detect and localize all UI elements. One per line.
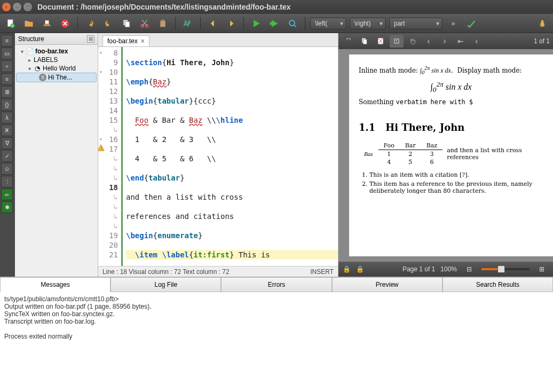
strip-chapter-icon[interactable]: ▭ <box>1 48 13 59</box>
strip-subsub-icon[interactable]: ≣ <box>1 86 13 98</box>
structure-close-button[interactable]: ⊠ <box>87 35 94 43</box>
editor-panel: foo-bar.tex× ▾8 9 ▾10 11 12 13 14 15 ↳ ▾… <box>98 33 338 277</box>
pdf-viewport[interactable]: Inline math mode: ∫02π sin x dx. Display… <box>338 49 553 262</box>
tab-messages[interactable]: Messages <box>0 277 110 292</box>
zoom-slider[interactable] <box>481 268 530 270</box>
pv-prev-button[interactable]: ‹ <box>422 35 436 48</box>
strip-star-icon[interactable]: ✱ <box>1 201 13 213</box>
pv-page-label: 1 of 1 <box>534 37 550 45</box>
bottom-tabs: Messages Log File Errors Preview Search … <box>0 277 553 292</box>
strip-check-icon[interactable]: ✓ <box>1 150 13 162</box>
preview-footer: 🔒 🔒 Page 1 of 1 100% ⊟ ⊞ <box>338 262 553 277</box>
pv-first-button[interactable]: ⇤ <box>454 35 468 48</box>
pv-lock2-icon[interactable]: 🔒 <box>356 265 364 273</box>
undo-button[interactable] <box>83 16 98 31</box>
wizard-button[interactable] <box>180 16 195 31</box>
status-cursor: Line : 18 Visual column : 72 Text column… <box>102 268 230 276</box>
right-delim-combo[interactable]: \right) <box>350 18 386 29</box>
strip-subsection-icon[interactable]: ≡ <box>1 73 13 85</box>
tree-hi[interactable]: SHi The... <box>16 73 97 82</box>
pdf-page: Inline math mode: ∫02π sin x dx. Display… <box>349 54 553 256</box>
redo-button[interactable] <box>101 16 116 31</box>
window-close-button[interactable]: × <box>2 3 11 11</box>
pv-fit-button[interactable]: + <box>390 35 404 48</box>
spell-button[interactable] <box>464 16 479 31</box>
close-button[interactable] <box>58 16 73 31</box>
svg-rect-15 <box>364 40 367 44</box>
editor-tabbar: foo-bar.tex× <box>98 33 338 47</box>
pv-pages-button[interactable] <box>358 35 372 48</box>
svg-rect-3 <box>45 20 49 24</box>
svg-text:!: ! <box>100 146 103 151</box>
strip-lambda-icon[interactable]: λ <box>1 112 13 123</box>
pv-lock-icon[interactable]: 🔒 <box>343 265 351 273</box>
line-gutter: ▾8 9 ▾10 11 12 13 14 15 ↳ ▾16 !17 ↳ ↳ ↳ … <box>98 47 123 266</box>
window-title: Document : /home/joseph/Documents/tex/li… <box>37 3 291 11</box>
pv-hand-icon[interactable] <box>406 35 420 48</box>
svg-rect-6 <box>125 21 130 27</box>
strip-part-icon[interactable]: ≡ <box>1 35 13 46</box>
tab-preview[interactable]: Preview <box>332 277 443 292</box>
bottom-panel: Messages Log File Errors Preview Search … <box>0 277 553 392</box>
strip-loop-icon[interactable]: ∞ <box>1 189 13 200</box>
strip-section-icon[interactable]: ÷ <box>1 60 13 72</box>
tree-labels[interactable]: ▸LABELS <box>16 56 97 64</box>
warning-icon: ! <box>98 144 105 152</box>
status-mode: INSERT <box>310 268 334 276</box>
tab-close-icon[interactable]: × <box>141 37 145 45</box>
window-maximize-button[interactable]: ▢ <box>23 3 32 11</box>
section-combo[interactable]: part <box>389 18 443 29</box>
strip-chi-icon[interactable]: Ӿ <box>1 124 13 136</box>
editor-tab[interactable]: foo-bar.tex× <box>102 35 149 46</box>
editor-statusbar: Line : 18 Visual column : 72 Text column… <box>98 266 338 277</box>
build-view-button[interactable] <box>267 16 282 31</box>
user-button[interactable] <box>535 16 550 31</box>
view-log-button[interactable] <box>285 16 300 31</box>
code-area[interactable]: \section{Hi There, John} \emph{Baz} \beg… <box>123 47 338 266</box>
svg-text:+: + <box>396 39 398 43</box>
nav-back-button[interactable] <box>206 16 220 31</box>
zoom-out-button[interactable]: ⊟ <box>462 263 476 276</box>
pv-pdf-icon[interactable] <box>374 35 388 48</box>
pv-last-button[interactable]: ‹ <box>470 35 484 48</box>
pv-footer-zoom: 100% <box>440 265 457 273</box>
code-editor[interactable]: ▾8 9 ▾10 11 12 13 14 15 ↳ ▾16 !17 ↳ ↳ ↳ … <box>98 47 338 266</box>
strip-brace-icon[interactable]: {} <box>1 99 13 111</box>
pv-next-button[interactable]: › <box>438 35 452 48</box>
open-file-button[interactable] <box>21 16 36 31</box>
strip-dots-icon[interactable]: ⋮ <box>1 176 13 187</box>
pdf-list-item: This item has a reference to the previou… <box>369 181 543 194</box>
tree-root[interactable]: ▾📄foo-bar.tex <box>16 47 97 56</box>
build-run-button[interactable] <box>249 16 264 31</box>
new-file-button[interactable]: + <box>3 16 18 31</box>
svg-rect-9 <box>160 20 165 27</box>
tree-hello[interactable]: ▾◔Hello World <box>16 64 97 73</box>
preview-toolbar: + ‹ › ⇤ ‹ 1 of 1 <box>338 33 553 49</box>
window-minimize-button[interactable]: – <box>13 3 21 11</box>
more-tools-button[interactable]: » <box>446 16 461 31</box>
paste-button[interactable] <box>155 16 170 31</box>
structure-tree: ▾📄foo-bar.tex ▸LABELS ▾◔Hello World SHi … <box>15 45 98 84</box>
svg-text:+: + <box>11 23 14 28</box>
pv-expand-button[interactable] <box>342 35 356 48</box>
cut-button[interactable] <box>137 16 152 31</box>
tab-search[interactable]: Search Results <box>443 277 553 292</box>
save-button[interactable] <box>40 16 54 31</box>
left-delim-combo[interactable]: \left( <box>310 18 346 29</box>
pdf-list-item: This is an item with a citation [?]. <box>369 171 543 178</box>
messages-output[interactable]: ts/type1/public/amsfonts/cm/cmtt10.pfb> … <box>0 292 553 392</box>
structure-panel: Structure ⊠ ▾📄foo-bar.tex ▸LABELS ▾◔Hell… <box>15 33 98 277</box>
zoom-in-button[interactable]: ⊞ <box>535 263 549 276</box>
tab-logfile[interactable]: Log File <box>110 277 221 292</box>
left-toolstrip: ≡ ▭ ÷ ≡ ≣ {} λ Ӿ ∇ ✓ ☺ ⋮ ∞ ✱ <box>0 33 15 277</box>
preview-panel: + ‹ › ⇤ ‹ 1 of 1 Inline math mode: ∫02π … <box>338 33 553 277</box>
svg-rect-11 <box>270 22 272 25</box>
strip-del-icon[interactable]: ∇ <box>1 137 13 149</box>
nav-fwd-button[interactable] <box>224 16 239 31</box>
copy-button[interactable] <box>119 16 134 31</box>
strip-smile-icon[interactable]: ☺ <box>1 163 13 175</box>
pv-footer-page: Page 1 of 1 <box>402 265 435 273</box>
tab-errors[interactable]: Errors <box>221 277 331 292</box>
title-bar: × – ▢ Document : /home/joseph/Documents/… <box>0 0 553 14</box>
structure-title: Structure <box>18 35 44 43</box>
